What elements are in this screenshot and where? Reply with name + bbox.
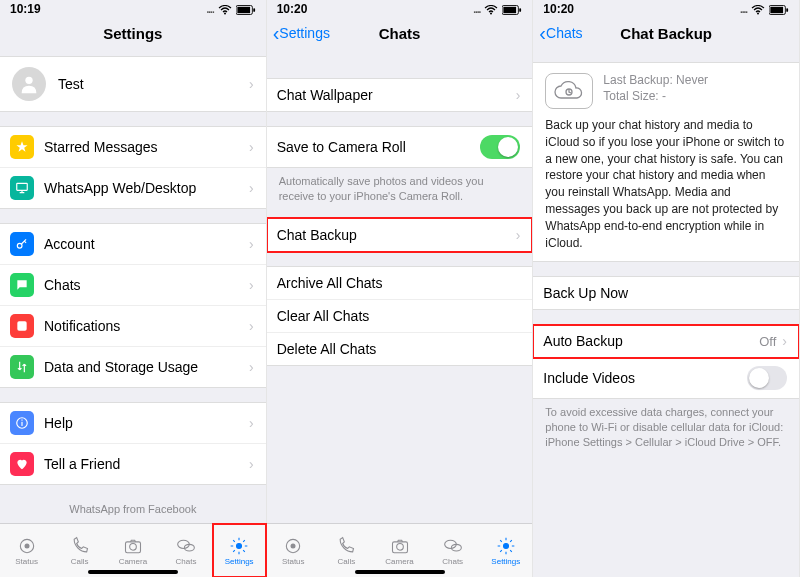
row-label: Delete All Chats: [277, 341, 521, 357]
row-label: Clear All Chats: [277, 308, 521, 324]
chat-icon: [10, 273, 34, 297]
info-icon: [10, 411, 34, 435]
svg-rect-10: [21, 420, 22, 421]
svg-point-4: [25, 77, 32, 84]
svg-rect-20: [504, 7, 517, 13]
tab-label: Camera: [385, 557, 413, 566]
row-label: Save to Camera Roll: [277, 139, 481, 155]
svg-rect-7: [17, 321, 26, 330]
back-label: Settings: [279, 25, 330, 41]
caption-data-charges: To avoid excessive data charges, connect…: [533, 399, 799, 450]
row-label: WhatsApp Web/Desktop: [44, 180, 249, 196]
svg-point-17: [237, 543, 242, 548]
row-auto-backup[interactable]: Auto Backup Off ›: [533, 325, 799, 358]
battery-icon: [769, 2, 789, 16]
chevron-right-icon: ›: [249, 456, 254, 472]
row-help[interactable]: Help ›: [0, 403, 266, 444]
gear-icon: [227, 536, 251, 556]
row-value: Off: [759, 334, 776, 349]
tab-label: Chats: [442, 557, 463, 566]
svg-rect-9: [21, 422, 22, 426]
tab-label: Calls: [71, 557, 89, 566]
row-archive-all[interactable]: Archive All Chats: [267, 267, 533, 300]
wifi-icon: [751, 2, 765, 16]
svg-rect-21: [520, 8, 522, 12]
gear-icon: [494, 536, 518, 556]
svg-rect-5: [17, 183, 28, 190]
row-save-camera-roll[interactable]: Save to Camera Roll: [267, 127, 533, 167]
svg-rect-32: [786, 8, 788, 12]
svg-point-29: [757, 12, 759, 14]
row-tell-friend[interactable]: Tell a Friend ›: [0, 444, 266, 484]
row-label: Include Videos: [543, 370, 747, 386]
tab-bar: Status Calls Camera Chats Settings: [267, 523, 533, 577]
row-chat-backup[interactable]: Chat Backup ›: [267, 219, 533, 251]
backup-info-card: Last Backup: Never Total Size: - Back up…: [533, 62, 799, 262]
row-whatsapp-web[interactable]: WhatsApp Web/Desktop ›: [0, 168, 266, 208]
toggle-include-videos[interactable]: [747, 366, 787, 390]
row-data-storage[interactable]: Data and Storage Usage ›: [0, 347, 266, 387]
svg-point-0: [224, 12, 226, 14]
svg-point-12: [24, 543, 29, 548]
row-backup-now[interactable]: Back Up Now: [533, 277, 799, 309]
screen-chats-settings: 10:20 .... ‹Settings Chats Chat Wallpape…: [267, 0, 534, 577]
status-icons: ....: [740, 2, 789, 16]
battery-icon: [502, 2, 522, 16]
camera-icon: [388, 536, 412, 556]
screen-settings: 10:19 .... Settings Test › Starred Messa…: [0, 0, 267, 577]
status-bar: 10:20 ....: [533, 0, 799, 14]
chevron-right-icon: ›: [249, 76, 254, 92]
tab-bar: Status Calls Camera Chats Settings: [0, 523, 266, 577]
group-starred: Starred Messages › WhatsApp Web/Desktop …: [0, 126, 266, 209]
group-backup-now: Back Up Now: [533, 276, 799, 310]
bell-icon: [10, 314, 34, 338]
row-clear-all[interactable]: Clear All Chats: [267, 300, 533, 333]
row-chat-wallpaper[interactable]: Chat Wallpaper ›: [267, 79, 533, 111]
svg-point-28: [503, 543, 508, 548]
tab-label: Status: [15, 557, 38, 566]
tab-label: Camera: [119, 557, 147, 566]
status-icons: ....: [473, 2, 522, 16]
tab-settings[interactable]: Settings: [479, 524, 532, 577]
tab-label: Chats: [176, 557, 197, 566]
row-chats[interactable]: Chats ›: [0, 265, 266, 306]
tab-settings[interactable]: Settings: [213, 524, 266, 577]
status-icons: ....: [207, 2, 256, 16]
screen-chat-backup: 10:20 .... ‹Chats Chat Backup Last Backu…: [533, 0, 800, 577]
svg-rect-3: [253, 8, 255, 12]
group-account: Account › Chats › Notifications › Data a…: [0, 223, 266, 388]
status-bar: 10:20 ....: [267, 0, 533, 14]
chats-icon: [174, 536, 198, 556]
nav-header: Settings: [0, 18, 266, 48]
row-include-videos[interactable]: Include Videos: [533, 358, 799, 398]
row-account[interactable]: Account ›: [0, 224, 266, 265]
chevron-right-icon: ›: [516, 87, 521, 103]
status-icon: [15, 536, 39, 556]
back-button[interactable]: ‹Settings: [273, 25, 330, 41]
clock: 10:20: [277, 2, 308, 16]
toggle-camera-roll[interactable]: [480, 135, 520, 159]
group-chat-backup: Chat Backup ›: [267, 218, 533, 252]
phone-icon: [334, 536, 358, 556]
row-notifications[interactable]: Notifications ›: [0, 306, 266, 347]
svg-rect-31: [770, 7, 783, 13]
back-button[interactable]: ‹Chats: [539, 25, 582, 41]
chevron-right-icon: ›: [249, 277, 254, 293]
chevron-right-icon: ›: [249, 359, 254, 375]
tab-status[interactable]: Status: [0, 524, 53, 577]
last-backup-label: Last Backup:: [603, 73, 672, 87]
page-title: Chats: [379, 25, 421, 42]
monitor-icon: [10, 176, 34, 200]
page-title: Chat Backup: [620, 25, 712, 42]
svg-point-14: [130, 543, 137, 550]
profile-row[interactable]: Test ›: [0, 57, 266, 111]
tab-status[interactable]: Status: [267, 524, 320, 577]
chevron-right-icon: ›: [782, 333, 787, 349]
nav-header: ‹Chats Chat Backup: [533, 18, 799, 48]
data-icon: [10, 355, 34, 379]
row-delete-all[interactable]: Delete All Chats: [267, 333, 533, 365]
row-starred-messages[interactable]: Starred Messages ›: [0, 127, 266, 168]
chevron-right-icon: ›: [249, 318, 254, 334]
backup-description: Back up your chat history and media to i…: [545, 117, 787, 251]
status-icon: [281, 536, 305, 556]
